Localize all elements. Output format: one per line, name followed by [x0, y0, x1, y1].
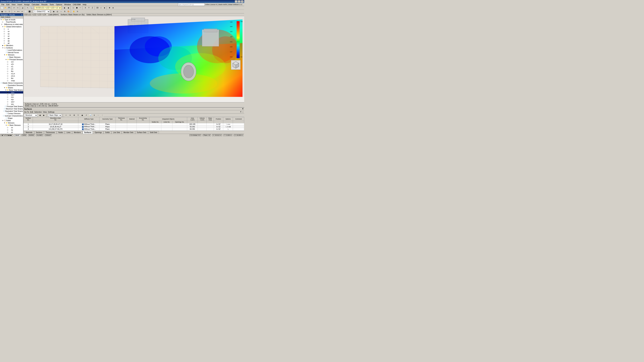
tb-view2[interactable]: ⬢	[75, 6, 78, 9]
tab-line_sets[interactable]: Line Sets	[112, 131, 122, 134]
page-nav-prev[interactable]: ◀	[2, 134, 3, 136]
page-indicator[interactable]: ◀ 7 of 13 ▶ ▶▶	[1, 134, 13, 136]
tree-item-solid_txy[interactable]: τxy	[0, 133, 23, 134]
tree-item-eyy_m[interactable]: εyy-	[0, 98, 23, 100]
tb-select[interactable]: ↖	[26, 6, 29, 9]
bt-export[interactable]: ↗	[84, 114, 88, 117]
tree-item-sigma2p[interactable]: σ2+	[0, 63, 23, 65]
bt-more2[interactable]: ⋮	[100, 114, 104, 117]
tab-openings[interactable]: Openings	[93, 131, 103, 134]
tree-item-maximum_total_strains[interactable]: 📄Maximum Total Strains	[0, 108, 23, 110]
tb2-label[interactable]: A	[63, 10, 66, 13]
close-button[interactable]: ✕	[241, 0, 244, 3]
tree-item-phiz[interactable]: φz	[0, 42, 23, 44]
tree-item-strains[interactable]: ▼📁Strains	[0, 86, 23, 89]
goto-menu[interactable]: Go To	[24, 111, 29, 113]
tree-item-basic_stresses[interactable]: 📄Basic Stresses	[0, 56, 23, 58]
tree-item-exx_m[interactable]: εxx-	[0, 96, 23, 98]
tree-item-elastic_stress_components[interactable]: 📄Elastic Stress Components	[0, 82, 23, 84]
tree-item-solids_stresses[interactable]: ▼📁Stresses	[0, 122, 23, 124]
tb2-render3[interactable]: ○	[59, 10, 63, 13]
tree-item-uy[interactable]: uy	[0, 32, 23, 35]
menu-help[interactable]: Help	[82, 3, 88, 6]
tb-print[interactable]: 🖨	[21, 6, 24, 9]
tree-item-uz[interactable]: uz	[0, 35, 23, 37]
tree-item-sigma1m2[interactable]: σ1,m	[0, 72, 23, 75]
tb-view1[interactable]: ⬡	[72, 6, 75, 9]
menu-cad-bim[interactable]: CAD-BIM	[72, 3, 82, 6]
tree-item-ux[interactable]: ux	[0, 30, 23, 32]
tb-3d[interactable]: 3D	[96, 6, 99, 9]
table-row[interactable]: 44-9,268,37-58,270Without Thick...Plane6…	[24, 128, 244, 130]
menu-calculate[interactable]: Calculate	[31, 3, 40, 6]
settings-menu[interactable]: Settings	[48, 111, 54, 113]
tree-item-sigma2m[interactable]: σ2-	[0, 68, 23, 70]
tb-solid-view[interactable]: ■	[103, 6, 106, 9]
tree-item-internal_forces[interactable]: 📄Internal Forces	[0, 51, 23, 54]
tab-sections[interactable]: Sections	[34, 131, 44, 134]
tb2-filter[interactable]: ▽	[8, 10, 11, 13]
tree-item-thetam[interactable]: θm	[0, 70, 23, 72]
menu-tools[interactable]: Tools	[48, 3, 55, 6]
menu-assign[interactable]: Assign	[23, 3, 31, 6]
tb2-line[interactable]: ⟵	[17, 10, 20, 13]
menu-window[interactable]: Window	[63, 3, 72, 6]
tb2-render1[interactable]: ◉	[52, 10, 55, 13]
tree-item-gxy_p[interactable]: γxy+	[0, 100, 23, 103]
viewport[interactable]: 175.00 80.00	[24, 16, 244, 102]
tb-redo[interactable]: ↪	[16, 6, 19, 9]
tb-snap1[interactable]: ✚	[108, 6, 111, 9]
tb2-node[interactable]: •	[13, 10, 16, 13]
nav-close-icon[interactable]: ✕	[21, 14, 22, 16]
tb-result1[interactable]: ▶	[63, 6, 66, 9]
tree-item-principal_total_strains[interactable]: 📄Principal Total Strains	[0, 105, 23, 108]
tree-item-principal_stresses[interactable]: ▼📁Principal Stresses	[0, 58, 23, 61]
grid-btn[interactable]: GRID	[22, 134, 27, 136]
tree-item-final_results[interactable]: Final Results	[0, 21, 23, 23]
tree-item-phiy[interactable]: φy	[0, 39, 23, 42]
osnap-btn[interactable]: OSNAP	[45, 134, 52, 136]
menu-file[interactable]: File	[0, 3, 5, 6]
tb-zoom-in[interactable]: 🔍	[30, 6, 33, 9]
panel-close-icon[interactable]: ✕	[240, 111, 242, 113]
tb-open[interactable]: 📂	[4, 6, 7, 9]
tree-item-sigma1m[interactable]: σ1-	[0, 65, 23, 68]
results-table[interactable]: SurfaceNo. Boundary LinesNo. Stiffness T…	[24, 117, 244, 131]
bgrid-btn[interactable]: BGRID	[28, 134, 35, 136]
tree-item-isotropic_characteristics[interactable]: 📄Isotropic Characteristics	[0, 115, 23, 117]
search-input[interactable]	[178, 3, 204, 6]
tree-item-solid_sz[interactable]: σz	[0, 131, 23, 133]
tb2-pan[interactable]: ✋	[72, 10, 76, 13]
tree-item-members[interactable]: ▶📁Members	[0, 44, 23, 46]
edit-menu[interactable]: Edit	[30, 111, 33, 113]
tree-item-solids_basic_stresses[interactable]: ▼📁Basic Stresses	[0, 124, 23, 126]
snap-btn[interactable]: SNAP	[14, 134, 20, 136]
tree-item-tau_max[interactable]: τmax	[0, 79, 23, 82]
bt-add[interactable]: +	[64, 114, 68, 117]
tree-item-eyy_p[interactable]: εyy+	[0, 93, 23, 96]
tab-members[interactable]: Members	[72, 131, 82, 134]
tab-thicknesses[interactable]: Thicknesses	[44, 131, 56, 134]
tb-xyz[interactable]: X	[84, 6, 87, 9]
prev-btn[interactable]: ◀	[38, 114, 42, 117]
tree-item-solids[interactable]: ▼📋Solids	[0, 119, 23, 122]
tab-solid_sets[interactable]: Solid Sets	[148, 131, 159, 134]
tree-item-u[interactable]: u	[0, 28, 23, 30]
tree-item-differences[interactable]: Differences to initial state	[0, 23, 23, 25]
tb-result2[interactable]: ◀	[66, 6, 70, 9]
tb-deform[interactable]: 〰	[79, 6, 82, 9]
tb-snap2[interactable]: ⊕	[111, 6, 115, 9]
tree-item-contact_stresses[interactable]: 📄Contact Stresses	[0, 112, 23, 115]
bottom-panel-close-btn[interactable]: ✕	[242, 108, 244, 110]
tree-item-solid_sy[interactable]: σy	[0, 129, 23, 131]
tree-item-exx_p[interactable]: εxx+	[0, 91, 23, 93]
tb2-render2[interactable]: ◎	[56, 10, 59, 13]
tree-item-surfaces[interactable]: ▼📋Surfaces	[0, 46, 23, 49]
tab-lines[interactable]: Lines	[65, 131, 72, 134]
tree-item-solid_sx[interactable]: σx	[0, 126, 23, 129]
view-menu[interactable]: View	[43, 111, 47, 113]
tb-undo[interactable]: ↩	[12, 6, 16, 9]
tb2-surface[interactable]: ⬜	[24, 10, 28, 13]
tb-xy[interactable]: Y	[87, 6, 90, 9]
tb2-orbit[interactable]: ↻	[76, 10, 79, 13]
